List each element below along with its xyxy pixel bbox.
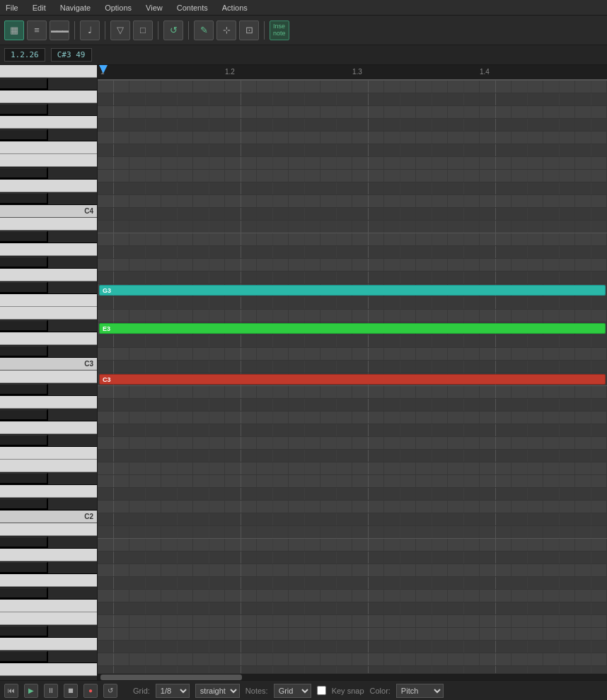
key-snap-label[interactable]: Key snap bbox=[332, 687, 364, 695]
menu-edit[interactable]: Edit bbox=[30, 2, 49, 13]
piano-key-Gb4[interactable] bbox=[0, 129, 97, 141]
color-select[interactable]: Pitch Velocity Channel Part bbox=[396, 684, 444, 698]
grid-row bbox=[98, 132, 607, 144]
loop-tool-button[interactable]: ↺ bbox=[163, 21, 183, 40]
piano-key-Bb2[interactable] bbox=[0, 383, 97, 396]
timeline-ruler: 1 1.2 1.3 1.4 bbox=[98, 65, 607, 81]
piano-key-C1[interactable] bbox=[0, 663, 97, 676]
piano-key-Ab3[interactable] bbox=[0, 256, 97, 269]
piano-key-Ab4[interactable] bbox=[0, 103, 97, 116]
note-g3[interactable]: G3 bbox=[99, 285, 606, 296]
toolbar: ▦ ≡ ▬▬▬ ♩ ▽ □ ↺ ✎ ⊹ ⊡ Inse note bbox=[0, 16, 607, 45]
piano-key-A4[interactable] bbox=[0, 91, 97, 103]
insert-note-button[interactable]: Inse note bbox=[270, 21, 289, 40]
piano-key-D1[interactable] bbox=[0, 638, 97, 651]
piano-key-F1[interactable] bbox=[0, 600, 97, 612]
menu-file[interactable]: File bbox=[3, 2, 21, 13]
rect-tool-button[interactable]: □ bbox=[133, 21, 153, 40]
note-tool-button[interactable]: ♩ bbox=[80, 21, 100, 40]
piano-key-Eb2[interactable] bbox=[0, 472, 97, 485]
notes-select[interactable]: Grid Fixed Last bbox=[274, 684, 311, 698]
menu-actions[interactable]: Actions bbox=[219, 2, 250, 13]
piano-key-C4[interactable]: C4 bbox=[0, 205, 97, 218]
menu-options[interactable]: Options bbox=[102, 2, 134, 13]
list-tool-button[interactable]: ≡ bbox=[27, 21, 47, 40]
piano-key-A3[interactable] bbox=[0, 243, 97, 256]
piano-key-G1[interactable] bbox=[0, 574, 97, 587]
piano-key-Db1[interactable] bbox=[0, 651, 97, 663]
piano-key-F3[interactable] bbox=[0, 294, 97, 307]
select-tool-button[interactable]: ⊹ bbox=[216, 21, 236, 40]
piano-key-E1[interactable] bbox=[0, 612, 97, 625]
bottom-bar: ⏮ ▶ ⏸ ⏹ ● ↺ Grid: 1/8 1/1 1/2 1/4 1/16 1… bbox=[0, 680, 607, 700]
grid-row bbox=[98, 552, 607, 564]
piano-key-F2[interactable] bbox=[0, 447, 97, 460]
piano-key-C3[interactable]: C3 bbox=[0, 358, 97, 371]
grid-row bbox=[98, 653, 607, 666]
piano-key-E2[interactable] bbox=[0, 460, 97, 472]
grid-size-select[interactable]: 1/8 1/1 1/2 1/4 1/16 1/32 bbox=[156, 684, 190, 698]
piano-key-Gb2[interactable] bbox=[0, 434, 97, 447]
pause-button[interactable]: ⏸ bbox=[44, 684, 58, 698]
piano-key-Ab1[interactable] bbox=[0, 561, 97, 574]
piano-key-Gb1[interactable] bbox=[0, 587, 97, 600]
piano-key-G2[interactable] bbox=[0, 421, 97, 434]
grid-tool-button[interactable]: ▦ bbox=[4, 21, 24, 40]
grid-row bbox=[98, 628, 607, 641]
key-snap-checkbox[interactable] bbox=[317, 686, 326, 695]
piano-key-E4[interactable] bbox=[0, 154, 97, 167]
grid-row bbox=[98, 119, 607, 132]
menu-contents[interactable]: Contents bbox=[174, 2, 211, 13]
piano-key-Db4[interactable] bbox=[0, 192, 97, 205]
piano-key-Eb4[interactable] bbox=[0, 167, 97, 180]
note-c3[interactable]: C3 bbox=[99, 374, 606, 385]
piano-key-Bb1[interactable] bbox=[0, 536, 97, 549]
piano-key-Eb1[interactable] bbox=[0, 625, 97, 638]
piano-key-Bb4[interactable] bbox=[0, 78, 97, 91]
play-button[interactable]: ▶ bbox=[24, 684, 38, 698]
piano-key-C2[interactable]: C2 bbox=[0, 511, 97, 523]
stop-button[interactable]: ⏹ bbox=[64, 684, 78, 698]
grid-hscrollbar[interactable] bbox=[98, 673, 607, 680]
grid-row bbox=[98, 348, 607, 361]
filter-tool-button[interactable]: ▽ bbox=[110, 21, 130, 40]
grid-row bbox=[98, 310, 607, 322]
hscroll-thumb[interactable] bbox=[100, 675, 242, 680]
ruler-tick-1-3: 1.3 bbox=[352, 68, 362, 76]
piano-key-G4[interactable] bbox=[0, 116, 97, 129]
grid-row bbox=[98, 272, 607, 284]
piano-key-B2[interactable] bbox=[0, 371, 97, 383]
piano-key-Ab2[interactable] bbox=[0, 409, 97, 421]
piano-key-Db3[interactable] bbox=[0, 345, 97, 358]
record-button[interactable]: ● bbox=[83, 684, 98, 698]
menu-navigate[interactable]: Navigate bbox=[57, 2, 93, 13]
piano-key-D2[interactable] bbox=[0, 485, 97, 498]
piano-key-Eb3[interactable] bbox=[0, 320, 97, 332]
piano-key-Db2[interactable] bbox=[0, 498, 97, 511]
piano-key-A1[interactable] bbox=[0, 549, 97, 561]
piano-key-E3[interactable] bbox=[0, 307, 97, 320]
note-e3[interactable]: E3 bbox=[99, 323, 606, 334]
grid-type-select[interactable]: straight triplet dotted bbox=[195, 684, 240, 698]
piano-key-B3[interactable] bbox=[0, 218, 97, 231]
snap-tool-button[interactable]: ⊡ bbox=[239, 21, 259, 40]
piano-key-G3[interactable] bbox=[0, 269, 97, 281]
grid-scroll-area[interactable]: G3E3C3 bbox=[98, 81, 607, 673]
grid-row bbox=[98, 666, 607, 673]
menu-view[interactable]: View bbox=[143, 2, 166, 13]
piano-key-Bb3[interactable] bbox=[0, 231, 97, 243]
piano-key-D4[interactable] bbox=[0, 180, 97, 192]
loop-button[interactable]: ↺ bbox=[103, 684, 117, 698]
grid-row bbox=[98, 577, 607, 590]
piano-key-Gb3[interactable] bbox=[0, 281, 97, 294]
piano-key-D3[interactable] bbox=[0, 332, 97, 345]
bars-tool-button[interactable]: ▬▬▬ bbox=[50, 21, 69, 40]
piano-key-A2[interactable] bbox=[0, 396, 97, 409]
grid-row bbox=[98, 475, 607, 488]
piano-key-B1[interactable] bbox=[0, 523, 97, 536]
piano-key-F4[interactable] bbox=[0, 141, 97, 154]
position-bar: 1.2.26 C#3 49 bbox=[0, 45, 607, 65]
piano-key-B4[interactable] bbox=[0, 65, 97, 78]
draw-tool-button[interactable]: ✎ bbox=[194, 21, 214, 40]
rewind-button[interactable]: ⏮ bbox=[4, 684, 18, 698]
